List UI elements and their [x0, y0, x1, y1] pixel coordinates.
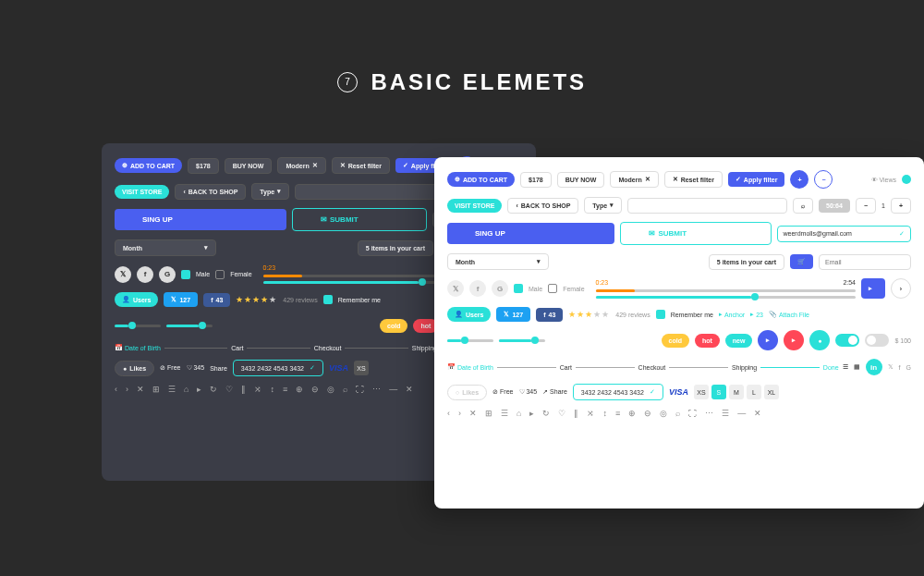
remember-checkbox[interactable]: [323, 295, 333, 304]
star-rating[interactable]: ★★★★★: [236, 295, 277, 304]
mini-slider-1[interactable]: [115, 325, 161, 327]
email-input[interactable]: [819, 254, 911, 270]
twitter-icon[interactable]: 𝕏: [115, 266, 131, 283]
google-icon[interactable]: G: [159, 266, 176, 283]
back-to-shop-button[interactable]: ‹ BACK TO SHOP: [175, 184, 246, 200]
social-t-icon[interactable]: 𝕏: [888, 363, 894, 371]
dot-icon: [902, 175, 911, 184]
step-checkout[interactable]: Checkout: [638, 364, 666, 371]
visit-store-button[interactable]: VISIT STORE: [447, 199, 502, 213]
signup-button[interactable]: SING UP: [447, 223, 614, 244]
section-number: 7: [337, 72, 358, 92]
reviews-text: 429 reviews: [615, 312, 650, 318]
reset-filter-button[interactable]: ✕ Reset filter: [664, 171, 723, 188]
grid-view-icon[interactable]: ▦: [854, 363, 860, 371]
toggle-off[interactable]: [865, 334, 889, 347]
male-checkbox[interactable]: [181, 270, 190, 279]
social-f-icon[interactable]: f: [899, 364, 901, 371]
size-l[interactable]: L: [747, 385, 761, 399]
twitter-count[interactable]: 𝕏 127: [164, 292, 198, 307]
ratio-badge: 50:64: [819, 199, 850, 213]
type-select[interactable]: Type ▾: [251, 183, 289, 200]
add-to-cart-button[interactable]: ⊕ADD TO CART: [115, 158, 182, 173]
play-button[interactable]: ▸: [861, 278, 885, 299]
mini-slider-2[interactable]: [499, 339, 545, 342]
size-m[interactable]: M: [729, 385, 744, 399]
search-icon[interactable]: ⌕: [793, 198, 813, 214]
likes-button[interactable]: ○ Likes: [447, 385, 487, 400]
users-button[interactable]: 👤 Users: [447, 307, 491, 322]
star-rating[interactable]: ★★★★★: [568, 310, 610, 319]
attach-link[interactable]: 📎 Attach File: [769, 311, 809, 318]
mini-slider-2[interactable]: [166, 325, 213, 327]
fb-count[interactable]: f 43: [536, 308, 563, 322]
twitter-icon[interactable]: 𝕏: [447, 280, 464, 297]
qty-minus[interactable]: −: [856, 198, 876, 214]
signup-button[interactable]: SING UP: [115, 209, 286, 230]
tag-modern[interactable]: Modern ✕: [610, 171, 658, 188]
cart-items[interactable]: 5 items in your cart: [358, 240, 433, 256]
volume-slider[interactable]: [596, 296, 856, 299]
step-shipping[interactable]: Shipping: [412, 345, 437, 351]
tag-cold[interactable]: cold: [662, 334, 689, 348]
qty-plus[interactable]: +: [891, 198, 911, 214]
email-field[interactable]: weerdmolls@gmail.com✓: [777, 226, 911, 242]
female-checkbox[interactable]: [215, 270, 225, 279]
progress-slider[interactable]: [596, 289, 856, 292]
female-checkbox[interactable]: [548, 284, 557, 293]
anchor-link[interactable]: ▸ Anchor: [719, 311, 745, 318]
in-icon[interactable]: in: [866, 359, 882, 375]
list-view-icon[interactable]: ☰: [843, 363, 848, 371]
visit-store-button[interactable]: VISIT STORE: [115, 185, 169, 199]
month-select[interactable]: Month ▾: [447, 253, 549, 270]
tag-modern[interactable]: Modern ✕: [277, 157, 325, 174]
step-shipping[interactable]: Shipping: [732, 364, 757, 371]
size-xl[interactable]: XL: [764, 385, 779, 399]
submit-button[interactable]: ✉ SUBMIT: [620, 222, 771, 245]
size-s[interactable]: S: [711, 385, 726, 399]
buy-now-button[interactable]: BUY NOW: [225, 158, 273, 174]
mini-slider-1[interactable]: [447, 339, 493, 342]
size-xs[interactable]: XS: [354, 361, 369, 375]
search-input[interactable]: [627, 198, 787, 214]
card-number-field[interactable]: 3432 2432 4543 3432✓: [573, 384, 663, 400]
submit-button[interactable]: ✉ SUBMIT: [292, 208, 427, 231]
next-button[interactable]: ›: [891, 278, 911, 299]
facebook-icon[interactable]: f: [137, 266, 153, 283]
step-checkout[interactable]: Checkout: [314, 345, 342, 351]
tag-cold[interactable]: cold: [380, 319, 407, 333]
google-icon[interactable]: G: [492, 280, 508, 297]
add-icon[interactable]: +: [790, 170, 808, 189]
circle-cyan[interactable]: ●: [809, 330, 830, 350]
reset-filter-button[interactable]: ✕ Reset filter: [332, 157, 390, 174]
tag-hot[interactable]: hot: [695, 334, 720, 348]
reviews-text: 429 reviews: [283, 297, 317, 303]
twitter-count[interactable]: 𝕏 127: [496, 307, 530, 322]
step-done[interactable]: Done: [823, 364, 839, 371]
p23-link[interactable]: ▸ 23: [750, 311, 763, 318]
facebook-icon[interactable]: f: [469, 280, 486, 297]
social-g-icon[interactable]: G: [906, 364, 911, 371]
likes-button[interactable]: ● Likes: [115, 361, 154, 376]
fb-count[interactable]: f 43: [203, 293, 230, 307]
type-select[interactable]: Type ▾: [584, 197, 622, 214]
cart-items[interactable]: 5 items in your cart: [709, 254, 784, 270]
apply-filter-button[interactable]: ✓ Apply filter: [728, 172, 785, 187]
card-number-field[interactable]: 3432 2432 4543 3432✓: [233, 360, 323, 376]
month-select[interactable]: Month ▾: [115, 239, 216, 256]
step-cart[interactable]: Cart: [560, 364, 572, 371]
back-to-shop-button[interactable]: ‹ BACK TO SHOP: [507, 198, 578, 214]
tag-new[interactable]: new: [725, 334, 753, 348]
add-to-cart-button[interactable]: ⊕ADD TO CART: [447, 172, 515, 187]
circle-red[interactable]: ▸: [784, 330, 804, 350]
buy-now-button[interactable]: BUY NOW: [557, 172, 605, 188]
step-cart[interactable]: Cart: [231, 345, 243, 351]
toggle-on[interactable]: [835, 334, 859, 347]
circle-blue[interactable]: ▸: [758, 330, 778, 350]
minus-icon[interactable]: −: [814, 170, 833, 189]
users-button[interactable]: 👤 Users: [115, 292, 158, 307]
cart-icon[interactable]: 🛒: [790, 254, 813, 269]
remember-checkbox[interactable]: [656, 310, 665, 319]
male-checkbox[interactable]: [514, 284, 523, 293]
size-xs[interactable]: XS: [694, 385, 709, 399]
